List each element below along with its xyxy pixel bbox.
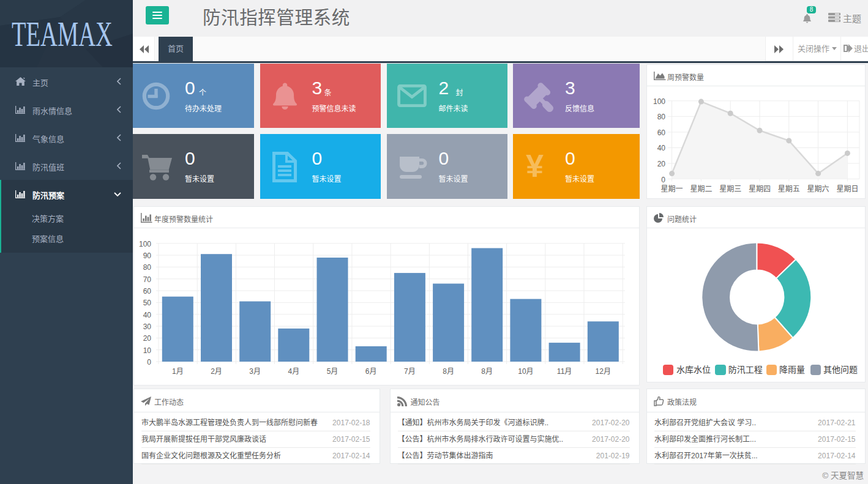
svg-text:3月: 3月: [249, 367, 261, 376]
svg-text:5月: 5月: [327, 367, 339, 376]
svg-text:2月: 2月: [211, 367, 222, 376]
svg-text:7月: 7月: [404, 367, 416, 376]
svg-text:8月: 8月: [443, 367, 454, 376]
svg-text:星期六: 星期六: [807, 185, 829, 193]
svg-text:10: 10: [143, 346, 152, 355]
svg-text:80: 80: [657, 113, 666, 121]
svg-text:0: 0: [661, 176, 665, 184]
svg-text:6月: 6月: [365, 367, 377, 376]
svg-text:100: 100: [139, 240, 151, 248]
svg-text:60: 60: [143, 287, 152, 296]
svg-text:80: 80: [143, 263, 152, 272]
svg-text:40: 40: [657, 144, 666, 152]
svg-text:星期四: 星期四: [749, 185, 771, 193]
svg-text:星期三: 星期三: [719, 185, 741, 193]
svg-text:8月: 8月: [481, 367, 493, 376]
svg-text:30: 30: [143, 322, 152, 331]
svg-text:100: 100: [653, 97, 665, 106]
svg-text:星期二: 星期二: [690, 185, 712, 193]
svg-text:90: 90: [143, 251, 152, 260]
svg-text:60: 60: [657, 128, 666, 137]
svg-text:40: 40: [143, 311, 152, 319]
svg-text:4月: 4月: [288, 367, 299, 376]
svg-text:20: 20: [657, 160, 666, 168]
svg-text:12月: 12月: [596, 367, 611, 376]
svg-text:1月: 1月: [172, 367, 184, 376]
svg-text:星期五: 星期五: [778, 185, 800, 193]
svg-text:10月: 10月: [518, 367, 533, 376]
svg-text:70: 70: [143, 275, 152, 284]
svg-text:50: 50: [143, 299, 152, 307]
svg-text:星期日: 星期日: [836, 185, 858, 193]
svg-text:20: 20: [143, 334, 152, 343]
svg-text:星期一: 星期一: [661, 185, 683, 193]
svg-text:11月: 11月: [557, 367, 572, 376]
svg-text:0: 0: [147, 358, 151, 367]
